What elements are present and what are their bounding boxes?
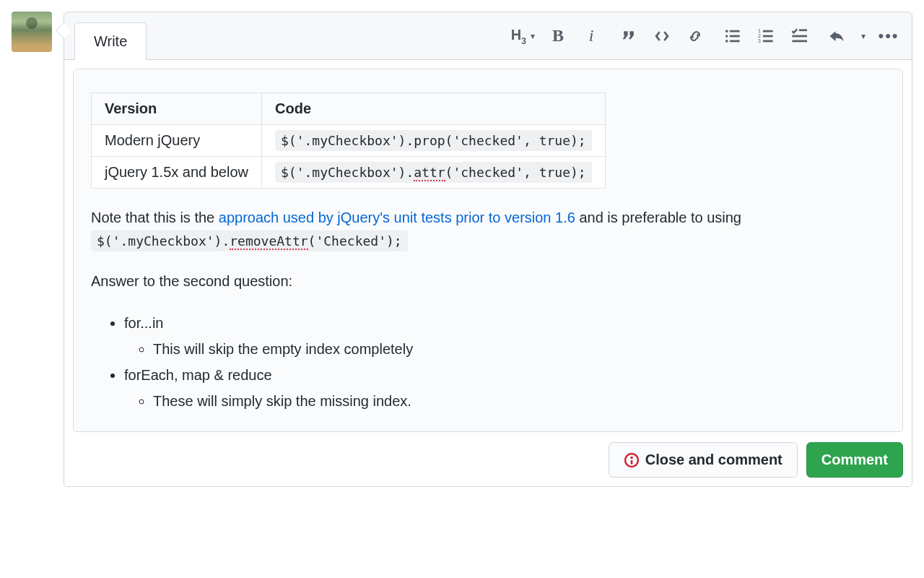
code-cell: $('.myCheckbox').attr('checked', true); — [275, 162, 592, 183]
answer-heading: Answer to the second question: — [91, 269, 885, 293]
quote-button[interactable] — [619, 26, 639, 46]
table-row: jQuery 1.5x and below $('.myCheckbox').a… — [92, 157, 606, 189]
editor-toolbar: Write H3 ▾ B i — [64, 12, 912, 60]
list-item: These will simply skip the missing index… — [153, 388, 885, 414]
table-header: Code — [262, 93, 606, 125]
code-button[interactable] — [652, 26, 672, 46]
svg-rect-14 — [792, 40, 807, 42]
close-button-label: Close and comment — [645, 452, 783, 468]
list-item: for...in This will skip the empty index … — [124, 310, 885, 362]
list-item: This will skip the empty index completel… — [153, 336, 885, 362]
issue-closed-icon — [624, 452, 640, 468]
svg-rect-4 — [730, 35, 740, 37]
chevron-down-icon: ▾ — [529, 31, 535, 41]
comment-button-label: Comment — [821, 452, 888, 468]
svg-rect-5 — [730, 40, 740, 42]
code-cell: $('.myCheckbox').prop('checked', true); — [275, 130, 592, 151]
task-list-button[interactable] — [789, 26, 809, 46]
svg-rect-9 — [763, 30, 773, 32]
svg-rect-3 — [730, 30, 740, 32]
version-cell: jQuery 1.5x and below — [92, 157, 262, 189]
svg-text:3: 3 — [758, 38, 761, 43]
more-actions-button[interactable]: ••• — [879, 26, 899, 46]
table-header: Version — [92, 93, 262, 125]
chevron-down-icon: ▾ — [860, 31, 866, 41]
svg-rect-13 — [792, 35, 807, 37]
list-item: forEach, map & reduce These will simply … — [124, 362, 885, 414]
heading-label: H — [511, 27, 521, 43]
note-paragraph: Note that this is the approach used by j… — [91, 206, 885, 252]
code-comparison-table: Version Code Modern jQuery $('.myCheckbo… — [91, 92, 606, 189]
tab-write[interactable]: Write — [74, 22, 147, 60]
ordered-list-button[interactable]: 123 — [756, 26, 776, 46]
svg-rect-11 — [763, 40, 773, 42]
reply-button[interactable] — [827, 26, 847, 46]
comment-button[interactable]: Comment — [806, 442, 903, 478]
italic-button[interactable]: i — [581, 26, 601, 46]
table-row: Modern jQuery $('.myCheckbox').prop('che… — [92, 125, 606, 157]
svg-point-0 — [725, 30, 728, 33]
svg-point-2 — [725, 40, 728, 43]
preview-content: Version Code Modern jQuery $('.myCheckbo… — [73, 69, 903, 432]
close-and-comment-button[interactable]: Close and comment — [609, 442, 798, 478]
jquery-tests-link[interactable]: approach used by jQuery's unit tests pri… — [219, 210, 575, 225]
link-button[interactable] — [685, 26, 705, 46]
heading-dropdown[interactable]: H3 ▾ — [511, 27, 535, 46]
unordered-list-button[interactable] — [723, 26, 743, 46]
user-avatar[interactable] — [12, 12, 52, 52]
answer-list: for...in This will skip the empty index … — [91, 310, 885, 414]
svg-rect-17 — [630, 460, 632, 465]
version-cell: Modern jQuery — [92, 125, 262, 157]
comment-editor: Write H3 ▾ B i — [64, 12, 912, 487]
action-bar: Close and comment Comment — [73, 432, 903, 478]
svg-point-16 — [630, 456, 633, 459]
inline-code: $('.myCheckbox').removeAttr('Checked'); — [91, 230, 408, 251]
svg-rect-12 — [799, 29, 807, 31]
svg-rect-10 — [763, 35, 773, 37]
bold-button[interactable]: B — [548, 26, 568, 46]
svg-point-1 — [725, 35, 728, 38]
